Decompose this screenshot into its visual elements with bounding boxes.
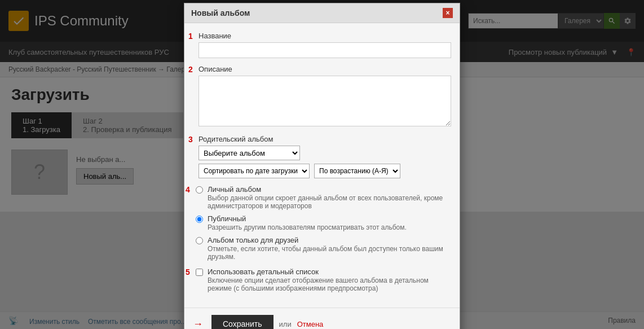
section-2-number: 2 <box>188 65 193 74</box>
cancel-link[interactable]: Отмена <box>297 320 324 328</box>
save-button[interactable]: Сохранить <box>211 315 274 329</box>
friends-desc: Отметьте, если хотите, чтобы данный альб… <box>208 245 451 261</box>
friends-text: Альбом только для друзей Отметьте, если … <box>208 236 451 261</box>
or-text: или <box>279 320 292 328</box>
public-album-option: Публичный Разрешить другим пользователям… <box>196 214 451 231</box>
detailed-list-option: Использовать детальный список Включение … <box>196 267 451 292</box>
private-title: Личный альбом <box>208 185 451 194</box>
section-3-number: 3 <box>188 135 193 144</box>
description-section: 2 Описание <box>199 65 451 128</box>
sort-by-select[interactable]: Сортировать по дате загрузки <box>199 164 310 178</box>
detailed-list-text: Использовать детальный список Включение … <box>208 267 451 292</box>
modal-title: Новый альбом <box>191 8 250 17</box>
parent-album-section: 3 Родительский альбом Выберите альбом Со… <box>199 135 451 178</box>
detailed-list-title: Использовать детальный список <box>208 267 451 276</box>
radio-group: Личный альбом Выбор данной опции скроет … <box>196 185 451 261</box>
sort-row: Сортировать по дате загрузки По возраста… <box>199 164 451 178</box>
public-title: Публичный <box>208 214 407 223</box>
modal-overlay: Новый альбом × 1 Название 2 Описание <box>0 0 644 329</box>
parent-album-select[interactable]: Выберите альбом <box>199 146 300 160</box>
name-section: 1 Название <box>199 32 451 58</box>
section-4-number: 4 <box>186 185 190 194</box>
private-desc: Выбор данной опции скроет данный альбом … <box>208 194 451 210</box>
name-label: Название <box>199 32 451 40</box>
modal-header: Новый альбом × <box>184 3 460 23</box>
public-text: Публичный Разрешить другим пользователям… <box>208 214 407 231</box>
sort-order-select[interactable]: По возрастанию (А-Я) <box>314 164 400 178</box>
modal-close-button[interactable]: × <box>443 8 453 18</box>
modal-body: 1 Название 2 Описание 3 Родительский аль… <box>184 23 460 308</box>
private-radio[interactable] <box>196 186 203 194</box>
modal-footer: → Сохранить или Отмена <box>184 308 460 329</box>
new-album-modal: Новый альбом × 1 Название 2 Описание <box>184 3 460 329</box>
public-radio[interactable] <box>196 216 203 223</box>
detailed-list-section: 5 Использовать детальный список Включени… <box>196 267 451 292</box>
section-5-number: 5 <box>186 267 190 277</box>
visibility-section: 4 Личный альбом Выбор данной опции скрое… <box>196 185 451 261</box>
section-1-number: 1 <box>188 32 193 41</box>
public-desc: Разрешить другим пользователям просматри… <box>208 223 407 231</box>
description-textarea[interactable] <box>199 76 451 126</box>
private-album-option: Личный альбом Выбор данной опции скроет … <box>196 185 451 210</box>
page-background: IPS Community Галерея <box>0 0 644 329</box>
parent-album-label: Родительский альбом <box>199 135 451 143</box>
detailed-list-checkbox[interactable] <box>196 269 203 276</box>
friends-title: Альбом только для друзей <box>208 236 451 244</box>
friends-album-option: Альбом только для друзей Отметьте, если … <box>196 236 451 261</box>
description-label: Описание <box>199 65 451 73</box>
detailed-list-desc: Включение опции сделает отображение ваше… <box>208 277 451 292</box>
friends-radio[interactable] <box>196 237 203 244</box>
name-input[interactable] <box>199 42 451 58</box>
arrow-indicator: → <box>193 318 203 330</box>
private-text: Личный альбом Выбор данной опции скроет … <box>208 185 451 210</box>
